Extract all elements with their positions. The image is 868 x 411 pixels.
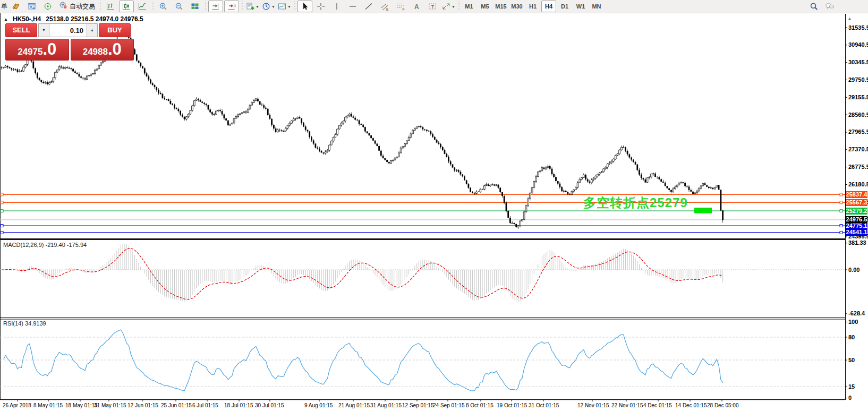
- arrows-button[interactable]: ▼: [441, 1, 456, 12]
- timeframe-button-m5[interactable]: M5: [478, 1, 492, 12]
- new-chart-icon: [245, 2, 255, 11]
- sell-price-main: 24975: [18, 42, 42, 61]
- vertical-line-icon: [332, 2, 342, 11]
- rsi-axis-label: 50: [848, 357, 855, 364]
- fibonacci-icon: F: [396, 2, 405, 11]
- auto-scroll-icon: [211, 2, 220, 11]
- fibonacci-button[interactable]: F: [393, 1, 408, 12]
- collapse-panel-icon[interactable]: ▲: [4, 17, 8, 22]
- auto-scroll-button[interactable]: [208, 1, 223, 12]
- price-axis-label: 30940.5: [848, 41, 868, 48]
- timeframe-button-h4[interactable]: H4: [541, 1, 556, 12]
- time-axis-label: 12 Nov 01:15: [577, 403, 609, 408]
- current-price-flag: 24976.5: [846, 216, 867, 223]
- arrows-icon: [441, 2, 451, 11]
- timeframe-button-w1[interactable]: W1: [573, 1, 588, 12]
- buy-price-button[interactable]: 24988.0: [71, 39, 134, 61]
- time-axis-label: 21 Aug 01:15: [338, 403, 370, 408]
- sell-price-button[interactable]: 24975.0: [5, 39, 69, 61]
- trendline-button[interactable]: [361, 1, 376, 12]
- time-axis-label: 25 Jun 01:15: [161, 403, 192, 408]
- timeframe-button-m1[interactable]: M1: [462, 1, 476, 12]
- text-label-button[interactable]: T: [425, 1, 440, 12]
- chart-shift-icon: [227, 2, 236, 11]
- navigator-button[interactable]: [40, 1, 55, 12]
- tile-windows-button[interactable]: [188, 1, 202, 12]
- templates-button[interactable]: ▼: [277, 1, 292, 12]
- data-window-button[interactable]: [24, 1, 39, 12]
- one-click-trade-panel: SELL ▼ ▲ BUY 24975.0 24988.0: [5, 23, 134, 61]
- time-axis-label: 26 Apr 2018: [3, 403, 31, 408]
- search-icon: [809, 2, 819, 11]
- search-button[interactable]: [806, 1, 821, 12]
- rsi-indicator-label: RSI(14) 34.9139: [3, 320, 46, 327]
- market-watch-button[interactable]: [8, 1, 23, 12]
- toolbar-separator: [293, 2, 296, 11]
- time-axis-label: 9 Aug 01:15: [304, 403, 333, 408]
- periods-button[interactable]: ▼: [261, 1, 276, 12]
- macd-indicator-label: MACD(12,26,9) -219.40 -175.94: [3, 242, 87, 248]
- price-axis-label: 27370.5: [848, 146, 868, 153]
- time-axis-label: 31 Oct 01:15: [529, 403, 559, 408]
- vertical-line-button[interactable]: [329, 1, 344, 12]
- rsi-axis-label: 0: [848, 395, 852, 401]
- macd-axis-label: -628.4: [848, 310, 865, 317]
- price-axis-label: 29750.5: [848, 76, 868, 83]
- horizontal-line-button[interactable]: [345, 1, 360, 12]
- price-axis-label: 26775.5: [848, 164, 868, 170]
- volume-increase-button[interactable]: ▲: [87, 23, 98, 37]
- dropdown-caret-icon: ▼: [256, 5, 259, 8]
- chart-window[interactable]: 31535.530940.530345.529750.529155.528560…: [0, 13, 868, 411]
- chart-canvas[interactable]: [0, 13, 868, 411]
- data-window-icon: [27, 2, 37, 11]
- cursor-icon: [300, 2, 310, 11]
- toolbar-separator: [457, 2, 461, 11]
- chart-shift-button[interactable]: [224, 1, 239, 12]
- horizontal-line-icon: [348, 2, 358, 11]
- rsi-axis-label: 80: [848, 334, 855, 341]
- scroll-up-icon[interactable]: ▲: [847, 16, 852, 21]
- autotrading-button[interactable]: 自动交易: [56, 1, 97, 12]
- new-order-partial-label[interactable]: 单: [1, 2, 7, 11]
- text-button[interactable]: A: [409, 1, 424, 12]
- toolbar: 单自动交易▼▼▼EFAT▼M1M5M15M30H1H4D1W1MN: [0, 0, 868, 13]
- line-chart-icon: [138, 2, 147, 11]
- rsi-axis-label: 100: [848, 319, 858, 326]
- zoom-out-button[interactable]: [172, 1, 186, 12]
- volume-decrease-button[interactable]: ▼: [38, 23, 49, 37]
- timeframe-button-m30[interactable]: M30: [509, 1, 524, 12]
- volume-input[interactable]: [49, 23, 87, 37]
- zoom-in-button[interactable]: [156, 1, 171, 12]
- candlestick-chart-button[interactable]: [119, 1, 134, 12]
- time-axis-label: 30 Jul 01:15: [255, 403, 284, 408]
- autotrading-label: 自动交易: [70, 2, 95, 11]
- dropdown-caret-icon: ▼: [287, 5, 291, 8]
- timeframe-button-d1[interactable]: D1: [557, 1, 572, 12]
- rsi-axis-label: 15: [848, 383, 855, 390]
- chat-button[interactable]: [822, 1, 837, 12]
- svg-text:F: F: [403, 7, 405, 11]
- price-axis-label: 26180.5: [848, 181, 868, 188]
- sell-price-pips: .0: [42, 39, 56, 59]
- time-axis-label: 12 Jun 01:15: [127, 403, 158, 408]
- time-axis-label: 4 Dec 01:15: [643, 403, 672, 408]
- timeframe-button-mn[interactable]: MN: [589, 1, 604, 12]
- buy-button[interactable]: BUY: [99, 23, 131, 37]
- crosshair-button[interactable]: [313, 1, 328, 12]
- sell-button[interactable]: SELL: [5, 23, 37, 37]
- chart-symbol-period: HK50-,H4: [13, 15, 41, 23]
- navigator-icon: [43, 2, 53, 11]
- new-chart-button[interactable]: ▼: [245, 1, 260, 12]
- timeframe-button-m15[interactable]: M15: [493, 1, 508, 12]
- bar-chart-button[interactable]: [103, 1, 118, 12]
- text-label-icon: T: [428, 2, 437, 11]
- cursor-button[interactable]: [297, 1, 312, 12]
- channel-button[interactable]: E: [377, 1, 392, 12]
- hline-price-flag: 25279.2: [846, 208, 867, 215]
- toolbar-separator: [98, 2, 102, 11]
- line-chart-button[interactable]: [135, 1, 150, 12]
- time-axis-label: 28 Dec 05:00: [707, 403, 739, 408]
- price-axis-label: 31535.5: [848, 24, 868, 31]
- time-axis-label: 31 May 01:15: [94, 403, 126, 408]
- timeframe-button-h1[interactable]: H1: [525, 1, 540, 12]
